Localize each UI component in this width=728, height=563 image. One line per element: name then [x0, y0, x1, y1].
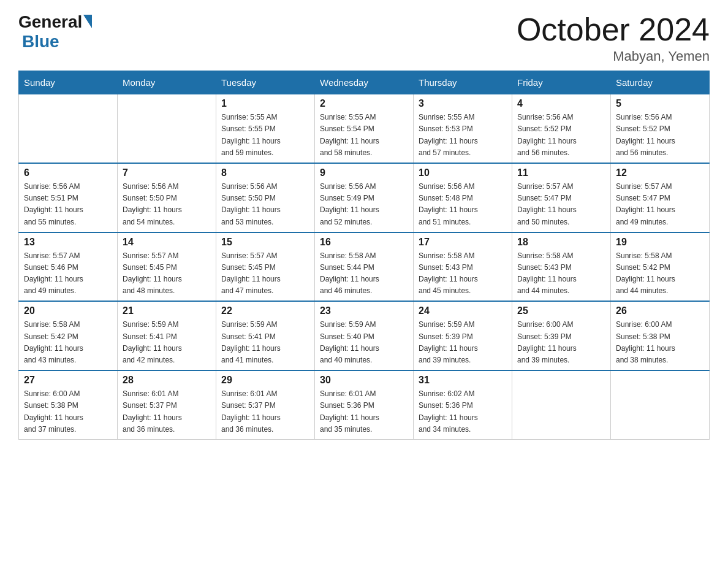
- day-info: Sunrise: 5:59 AM Sunset: 5:41 PM Dayligh…: [221, 319, 309, 366]
- day-info: Sunrise: 5:55 AM Sunset: 5:54 PM Dayligh…: [320, 112, 408, 159]
- day-number: 30: [320, 375, 408, 386]
- day-number: 21: [123, 305, 211, 316]
- calendar-day-cell: [512, 370, 611, 439]
- calendar-header-wednesday: Wednesday: [315, 71, 414, 94]
- calendar-day-cell: 18Sunrise: 5:58 AM Sunset: 5:43 PM Dayli…: [512, 232, 611, 302]
- calendar-table: SundayMondayTuesdayWednesdayThursdayFrid…: [18, 71, 710, 440]
- logo: General Blue: [18, 12, 92, 52]
- calendar-day-cell: 24Sunrise: 5:59 AM Sunset: 5:39 PM Dayli…: [414, 301, 512, 370]
- logo-general-text: General: [18, 12, 82, 32]
- day-number: 12: [616, 167, 704, 178]
- calendar-week-row: 20Sunrise: 5:58 AM Sunset: 5:42 PM Dayli…: [19, 301, 710, 370]
- day-number: 4: [517, 98, 605, 109]
- calendar-day-cell: 6Sunrise: 5:56 AM Sunset: 5:51 PM Daylig…: [19, 163, 118, 232]
- calendar-header-monday: Monday: [118, 71, 216, 94]
- day-number: 25: [517, 305, 605, 316]
- calendar-day-cell: 4Sunrise: 5:56 AM Sunset: 5:52 PM Daylig…: [512, 94, 611, 163]
- day-number: 2: [320, 98, 408, 109]
- day-number: 16: [320, 237, 408, 248]
- calendar-week-row: 27Sunrise: 6:00 AM Sunset: 5:38 PM Dayli…: [19, 370, 710, 439]
- day-info: Sunrise: 5:57 AM Sunset: 5:45 PM Dayligh…: [123, 250, 211, 297]
- calendar-day-cell: 27Sunrise: 6:00 AM Sunset: 5:38 PM Dayli…: [19, 370, 118, 439]
- calendar-day-cell: 25Sunrise: 6:00 AM Sunset: 5:39 PM Dayli…: [512, 301, 611, 370]
- day-info: Sunrise: 5:56 AM Sunset: 5:48 PM Dayligh…: [419, 181, 507, 228]
- calendar-day-cell: 30Sunrise: 6:01 AM Sunset: 5:36 PM Dayli…: [315, 370, 414, 439]
- day-info: Sunrise: 5:57 AM Sunset: 5:46 PM Dayligh…: [24, 250, 112, 297]
- calendar-header-thursday: Thursday: [414, 71, 512, 94]
- day-number: 26: [616, 305, 704, 316]
- day-info: Sunrise: 5:58 AM Sunset: 5:43 PM Dayligh…: [517, 250, 605, 297]
- day-info: Sunrise: 5:55 AM Sunset: 5:53 PM Dayligh…: [419, 112, 507, 159]
- day-number: 11: [517, 167, 605, 178]
- day-info: Sunrise: 5:57 AM Sunset: 5:47 PM Dayligh…: [616, 181, 704, 228]
- day-info: Sunrise: 5:56 AM Sunset: 5:49 PM Dayligh…: [320, 181, 408, 228]
- day-info: Sunrise: 5:56 AM Sunset: 5:51 PM Dayligh…: [24, 181, 112, 228]
- title-section: October 2024 Mabyan, Yemen: [517, 12, 710, 64]
- day-number: 20: [24, 305, 112, 316]
- calendar-day-cell: 26Sunrise: 6:00 AM Sunset: 5:38 PM Dayli…: [611, 301, 710, 370]
- day-info: Sunrise: 6:01 AM Sunset: 5:37 PM Dayligh…: [123, 388, 211, 435]
- day-info: Sunrise: 6:02 AM Sunset: 5:36 PM Dayligh…: [419, 388, 507, 435]
- calendar-day-cell: 10Sunrise: 5:56 AM Sunset: 5:48 PM Dayli…: [414, 163, 512, 232]
- day-info: Sunrise: 5:56 AM Sunset: 5:50 PM Dayligh…: [221, 181, 309, 228]
- calendar-header-row: SundayMondayTuesdayWednesdayThursdayFrid…: [19, 71, 710, 94]
- page-header: General Blue October 2024 Mabyan, Yemen: [18, 12, 710, 64]
- calendar-day-cell: 5Sunrise: 5:56 AM Sunset: 5:52 PM Daylig…: [611, 94, 710, 163]
- calendar-header-friday: Friday: [512, 71, 611, 94]
- day-info: Sunrise: 5:58 AM Sunset: 5:42 PM Dayligh…: [24, 319, 112, 366]
- day-number: 31: [419, 375, 507, 386]
- day-info: Sunrise: 6:00 AM Sunset: 5:38 PM Dayligh…: [616, 319, 704, 366]
- day-number: 9: [320, 167, 408, 178]
- calendar-day-cell: 13Sunrise: 5:57 AM Sunset: 5:46 PM Dayli…: [19, 232, 118, 302]
- day-info: Sunrise: 5:56 AM Sunset: 5:50 PM Dayligh…: [123, 181, 211, 228]
- day-info: Sunrise: 6:01 AM Sunset: 5:36 PM Dayligh…: [320, 388, 408, 435]
- day-number: 10: [419, 167, 507, 178]
- day-number: 17: [419, 237, 507, 248]
- day-number: 14: [123, 237, 211, 248]
- calendar-header-tuesday: Tuesday: [216, 71, 315, 94]
- day-number: 23: [320, 305, 408, 316]
- day-info: Sunrise: 5:58 AM Sunset: 5:44 PM Dayligh…: [320, 250, 408, 297]
- calendar-day-cell: 23Sunrise: 5:59 AM Sunset: 5:40 PM Dayli…: [315, 301, 414, 370]
- day-number: 7: [123, 167, 211, 178]
- calendar-day-cell: 28Sunrise: 6:01 AM Sunset: 5:37 PM Dayli…: [118, 370, 216, 439]
- calendar-day-cell: 15Sunrise: 5:57 AM Sunset: 5:45 PM Dayli…: [216, 232, 315, 302]
- logo-arrow-icon: [83, 15, 92, 28]
- day-number: 5: [616, 98, 704, 109]
- day-info: Sunrise: 5:59 AM Sunset: 5:40 PM Dayligh…: [320, 319, 408, 366]
- day-number: 24: [419, 305, 507, 316]
- day-number: 22: [221, 305, 309, 316]
- day-number: 8: [221, 167, 309, 178]
- day-info: Sunrise: 5:58 AM Sunset: 5:42 PM Dayligh…: [616, 250, 704, 297]
- day-number: 29: [221, 375, 309, 386]
- day-number: 13: [24, 237, 112, 248]
- calendar-day-cell: [118, 94, 216, 163]
- day-info: Sunrise: 5:55 AM Sunset: 5:55 PM Dayligh…: [221, 112, 309, 159]
- day-info: Sunrise: 5:59 AM Sunset: 5:41 PM Dayligh…: [123, 319, 211, 366]
- day-info: Sunrise: 6:00 AM Sunset: 5:39 PM Dayligh…: [517, 319, 605, 366]
- calendar-day-cell: 12Sunrise: 5:57 AM Sunset: 5:47 PM Dayli…: [611, 163, 710, 232]
- day-info: Sunrise: 5:57 AM Sunset: 5:47 PM Dayligh…: [517, 181, 605, 228]
- day-number: 6: [24, 167, 112, 178]
- calendar-day-cell: 16Sunrise: 5:58 AM Sunset: 5:44 PM Dayli…: [315, 232, 414, 302]
- calendar-day-cell: 7Sunrise: 5:56 AM Sunset: 5:50 PM Daylig…: [118, 163, 216, 232]
- calendar-day-cell: 20Sunrise: 5:58 AM Sunset: 5:42 PM Dayli…: [19, 301, 118, 370]
- calendar-week-row: 13Sunrise: 5:57 AM Sunset: 5:46 PM Dayli…: [19, 232, 710, 302]
- day-number: 3: [419, 98, 507, 109]
- day-number: 27: [24, 375, 112, 386]
- calendar-header-sunday: Sunday: [19, 71, 118, 94]
- day-info: Sunrise: 6:01 AM Sunset: 5:37 PM Dayligh…: [221, 388, 309, 435]
- calendar-day-cell: 14Sunrise: 5:57 AM Sunset: 5:45 PM Dayli…: [118, 232, 216, 302]
- month-title: October 2024: [517, 12, 710, 47]
- location-text: Mabyan, Yemen: [517, 48, 710, 64]
- day-number: 19: [616, 237, 704, 248]
- calendar-day-cell: 8Sunrise: 5:56 AM Sunset: 5:50 PM Daylig…: [216, 163, 315, 232]
- calendar-day-cell: 22Sunrise: 5:59 AM Sunset: 5:41 PM Dayli…: [216, 301, 315, 370]
- calendar-day-cell: [611, 370, 710, 439]
- calendar-day-cell: 2Sunrise: 5:55 AM Sunset: 5:54 PM Daylig…: [315, 94, 414, 163]
- day-number: 15: [221, 237, 309, 248]
- calendar-day-cell: 29Sunrise: 6:01 AM Sunset: 5:37 PM Dayli…: [216, 370, 315, 439]
- day-info: Sunrise: 5:56 AM Sunset: 5:52 PM Dayligh…: [616, 112, 704, 159]
- day-info: Sunrise: 5:59 AM Sunset: 5:39 PM Dayligh…: [419, 319, 507, 366]
- calendar-day-cell: 3Sunrise: 5:55 AM Sunset: 5:53 PM Daylig…: [414, 94, 512, 163]
